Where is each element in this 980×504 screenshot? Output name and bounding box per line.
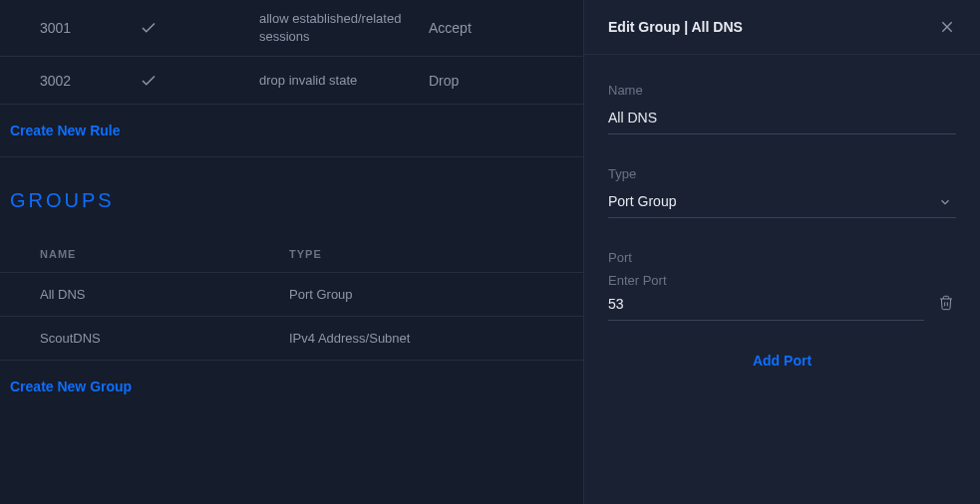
group-type: Port Group <box>289 287 353 302</box>
group-row[interactable]: ScoutDNS IPv4 Address/Subnet <box>0 317 583 361</box>
port-input-wrap: Enter Port <box>608 273 924 321</box>
rule-row[interactable]: 3002 drop invalid state Drop <box>0 57 583 105</box>
check-icon <box>140 72 158 90</box>
rule-id: 3001 <box>0 20 140 36</box>
rule-description: allow established/related sessions <box>259 10 419 46</box>
type-select-value: Port Group <box>608 189 956 217</box>
rule-enabled-cell <box>140 19 259 37</box>
trash-icon <box>938 294 954 312</box>
rule-action: Accept <box>419 20 472 36</box>
create-group-link[interactable]: Create New Group <box>0 361 583 412</box>
name-input[interactable] <box>608 106 956 134</box>
main-content: 3001 allow established/related sessions … <box>0 0 583 504</box>
close-icon <box>939 19 955 35</box>
port-label: Port <box>608 250 956 265</box>
port-placeholder-label: Enter Port <box>608 273 924 288</box>
panel-body: Name Type Port Group Port Enter Port <box>584 55 980 504</box>
groups-header-row: NAME TYPE <box>0 236 583 273</box>
rule-enabled-cell <box>140 72 259 90</box>
rule-row[interactable]: 3001 allow established/related sessions … <box>0 0 583 57</box>
delete-port-button[interactable] <box>936 293 956 321</box>
port-row: Enter Port <box>608 273 956 321</box>
name-label: Name <box>608 83 956 98</box>
group-name: All DNS <box>0 287 289 302</box>
group-type: IPv4 Address/Subnet <box>289 331 410 346</box>
panel-header: Edit Group | All DNS <box>584 0 980 55</box>
check-icon <box>140 19 158 37</box>
groups-heading: GROUPS <box>0 157 583 236</box>
port-field-group: Port Enter Port <box>608 250 956 321</box>
group-name: ScoutDNS <box>0 331 289 346</box>
groups-col-name: NAME <box>0 248 289 260</box>
edit-group-panel: Edit Group | All DNS Name Type Port Grou… <box>583 0 980 504</box>
groups-col-type: TYPE <box>289 248 322 260</box>
rule-action: Drop <box>419 73 459 89</box>
name-field-group: Name <box>608 83 956 134</box>
type-select[interactable]: Port Group <box>608 189 956 218</box>
add-port-button[interactable]: Add Port <box>608 353 956 369</box>
panel-title: Edit Group | All DNS <box>608 19 743 35</box>
groups-table: NAME TYPE All DNS Port Group ScoutDNS IP… <box>0 236 583 361</box>
rule-description: drop invalid state <box>259 72 419 90</box>
type-field-group: Type Port Group <box>608 166 956 218</box>
close-button[interactable] <box>938 18 956 36</box>
port-input[interactable] <box>608 292 924 321</box>
type-label: Type <box>608 166 956 181</box>
create-rule-link[interactable]: Create New Rule <box>0 105 583 157</box>
rule-id: 3002 <box>0 73 140 89</box>
group-row[interactable]: All DNS Port Group <box>0 273 583 317</box>
rules-table: 3001 allow established/related sessions … <box>0 0 583 105</box>
